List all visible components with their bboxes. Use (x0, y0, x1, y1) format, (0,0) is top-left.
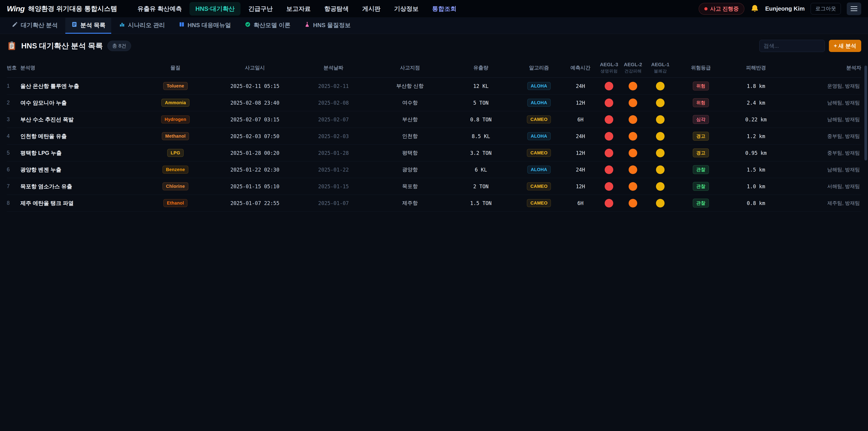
aegl2-cell (621, 149, 645, 157)
nav-item-emergency-rescue[interactable]: 긴급구난 (242, 2, 278, 16)
book-icon (179, 21, 185, 29)
analyst: 남해팀, 방재팀 (786, 99, 861, 106)
analysis-name: 광양항 벤젠 누출 (20, 166, 135, 173)
accident-datetime: 2025-02-07 03:15 (215, 117, 295, 123)
nav-item-integrated-search[interactable]: 통합조회 (426, 2, 462, 16)
table-row[interactable]: 5평택항 LPG 누출LPG2025-01-28 00:202025-01-28… (7, 145, 861, 161)
analysis-name: 부산 수소 추진선 폭발 (20, 116, 135, 123)
nav-item-board[interactable]: 게시판 (356, 2, 386, 16)
risk-badge: 경고 (693, 149, 709, 157)
header-analysis-name: 분석명 (20, 65, 135, 71)
tab-diffusion-analysis[interactable]: 대기확산 분석 (6, 18, 64, 34)
nav-item-aerial-search[interactable]: 항공탐색 (318, 2, 354, 16)
damage-radius: 2.4 km (726, 100, 786, 106)
analysis-name: 평택항 LPG 누출 (20, 149, 135, 157)
tab-scenario-management[interactable]: 시나리오 관리 (113, 18, 170, 34)
aegl1-cell (645, 115, 676, 124)
table-row[interactable]: 7목포항 염소가스 유출Chlorine2025-01-15 05:102025… (7, 178, 861, 195)
main-content: HNS 대기확산 분석 목록 총 8건 + 새 분석 번호 분석명 물질 사고일… (0, 34, 868, 212)
algorithm-badge: CAMEO (527, 116, 551, 123)
chart-icon (119, 21, 125, 29)
scrollbar[interactable] (864, 65, 867, 160)
aegl3-indicator (604, 199, 613, 208)
tab-analysis-list[interactable]: 분석 목록 (65, 18, 111, 34)
header-no: 번호 (7, 65, 20, 71)
tab-diffusion-model-theory[interactable]: 확산모델 이론 (239, 18, 296, 34)
aegl3-indicator (604, 98, 613, 107)
table-row[interactable]: 6광양항 벤젠 누출Benzene2025-01-22 02:302025-01… (7, 161, 861, 178)
forecast-time: 6H (564, 200, 597, 206)
aegl2-cell (621, 199, 645, 208)
logout-button[interactable]: 로그아웃 (811, 3, 841, 14)
tab-label: 대기확산 분석 (21, 21, 58, 29)
substance-badge: LPG (167, 149, 184, 157)
new-analysis-button[interactable]: + 새 분석 (829, 40, 861, 52)
aegl1-cell (645, 132, 676, 141)
aegl3-indicator (604, 115, 613, 124)
algorithm-badge: ALOHA (527, 166, 551, 174)
damage-radius: 1.2 km (726, 133, 786, 139)
tab-label: HNS 대응매뉴얼 (188, 21, 231, 29)
search-input[interactable] (759, 40, 825, 52)
risk-badge: 관찰 (693, 199, 709, 208)
table-row[interactable]: 8제주 에탄올 탱크 파열Ethanol2025-01-07 22:552025… (7, 195, 861, 212)
substance-cell: Hydrogen (135, 116, 215, 123)
spill-amount: 1.5 TON (447, 200, 514, 206)
aegl2-indicator (629, 165, 637, 174)
analyst: 남해팀, 방재팀 (786, 166, 861, 173)
analysis-name: 목포항 염소가스 유출 (20, 183, 135, 190)
aegl1-indicator (656, 199, 664, 208)
aegl3-cell (597, 182, 621, 191)
table-row[interactable]: 1울산 온산항 톨루엔 누출Toluene2025-02-11 05:15202… (7, 78, 861, 94)
notification-bell-icon[interactable] (750, 4, 759, 13)
user-name[interactable]: Eunjeong Kim (765, 5, 805, 12)
aegl2-indicator (629, 82, 637, 90)
aegl2-cell (621, 132, 645, 141)
analysis-date: 2025-01-28 (294, 150, 372, 156)
table-row[interactable]: 4인천항 메탄올 유출Methanol2025-02-03 07:502025-… (7, 128, 861, 145)
aegl1-cell (645, 182, 676, 191)
aegl2-indicator (629, 182, 637, 191)
nav-item-hns-diffusion[interactable]: HNS·대기확산 (189, 2, 241, 16)
flask-icon (304, 21, 310, 29)
substance-cell: Toluene (135, 82, 215, 90)
row-number: 7 (7, 183, 20, 189)
substance-cell: Chlorine (135, 182, 215, 190)
risk-cell: 위험 (676, 98, 726, 107)
substance-cell: Methanol (135, 132, 215, 140)
risk-badge: 위험 (693, 82, 709, 90)
header-location: 사고지점 (372, 65, 447, 71)
table-row[interactable]: 3부산 수소 추진선 폭발Hydrogen2025-02-07 03:15202… (7, 111, 861, 128)
status-dot-icon (704, 7, 708, 10)
app-logo[interactable]: Wing (7, 4, 25, 13)
algorithm-badge: ALOHA (527, 82, 551, 90)
header-analysis-date: 분석날짜 (294, 65, 372, 71)
hamburger-menu-icon[interactable] (847, 2, 861, 15)
forecast-time: 12H (564, 150, 597, 156)
incident-status-badge[interactable]: 사고 진행중 (699, 3, 745, 15)
risk-cell: 경고 (676, 132, 726, 141)
nav-item-reports[interactable]: 보고자료 (280, 2, 316, 16)
aegl3-cell (597, 149, 621, 157)
tab-hns-response-manual[interactable]: HNS 대응매뉴얼 (173, 18, 237, 34)
analysis-date: 2025-02-08 (294, 100, 372, 106)
forecast-time: 12H (564, 184, 597, 189)
aegl2-indicator (629, 98, 637, 107)
table-header-row: 번호 분석명 물질 사고일시 분석날짜 사고지점 유출량 알고리즘 예측시간 A… (7, 58, 861, 78)
nav-item-weather[interactable]: 기상정보 (388, 2, 424, 16)
analyst: 운영팀, 방재팀 (786, 83, 861, 90)
damage-radius: 1.8 km (726, 83, 786, 89)
table-row[interactable]: 2여수 암모니아 누출Ammonia2025-02-08 23:402025-0… (7, 94, 861, 111)
accident-location: 부산항 신항 (372, 83, 447, 90)
analyst: 서해팀, 방재팀 (786, 183, 861, 190)
algorithm-cell: CAMEO (514, 116, 564, 123)
analysis-name: 여수 암모니아 누출 (20, 99, 135, 106)
tab-hns-substance-info[interactable]: HNS 물질정보 (298, 18, 356, 34)
nav-item-oil-spill[interactable]: 유출유 확산예측 (131, 2, 188, 16)
risk-badge: 위험 (693, 98, 709, 107)
header-risk-grade: 위험등급 (676, 65, 726, 71)
aegl3-indicator (604, 149, 613, 157)
row-number: 8 (7, 200, 20, 206)
spill-amount: 12 KL (447, 83, 514, 89)
aegl2-cell (621, 165, 645, 174)
